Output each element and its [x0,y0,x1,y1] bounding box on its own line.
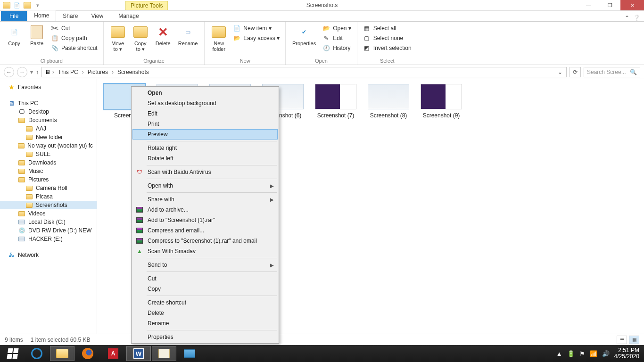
sidebar-desktop[interactable]: 🖵Desktop [0,107,97,116]
new-folder-button[interactable]: New folder [208,24,229,53]
ctx-rotate-left[interactable]: Rotate left [132,153,278,164]
file-thumbnail[interactable]: Screenshot (9) [420,84,463,119]
sidebar-network[interactable]: 🖧Network [0,251,97,259]
paste-shortcut-button[interactable]: 📎Paste shortcut [49,43,99,53]
sidebar-doc-aaj[interactable]: AAJ [0,124,97,133]
battery-icon[interactable]: 🔋 [567,350,575,357]
details-view-button[interactable]: ☰ [617,336,627,344]
flag-icon[interactable]: ⚑ [579,350,585,357]
ctx-rename[interactable]: Rename [132,318,278,329]
open-button[interactable]: 📂Open ▾ [321,24,353,33]
ctx-preview[interactable]: Preview [132,129,278,140]
tray-up-icon[interactable]: ▲ [556,350,562,357]
sidebar-downloads[interactable]: Downloads [0,158,97,167]
sidebar-doc-new-folder[interactable]: New folder [0,133,97,141]
maximize-button[interactable]: ❐ [599,0,620,10]
ctx-share-with[interactable]: Share with▶ [132,194,278,205]
tab-home[interactable]: Home [27,10,56,21]
taskbar-explorer[interactable] [50,346,74,361]
sidebar-this-pc[interactable]: 🖥This PC [0,99,97,107]
thumbnails-view-button[interactable]: ▦ [629,336,639,344]
taskbar-ie[interactable] [25,346,49,361]
crumb-screenshots[interactable]: Screenshots [115,69,152,75]
ctx-compress-rar-email[interactable]: Compress to "Screenshot (1).rar" and ema… [132,236,278,246]
sidebar-documents[interactable]: Documents [0,116,97,124]
start-button[interactable] [2,346,24,361]
up-button[interactable]: ↑ [36,69,39,75]
crumb-pictures[interactable]: Pictures [85,69,111,75]
crumb-this-pc[interactable]: This PC [55,69,81,75]
taskbar-clock[interactable]: 2:51 PM 4/25/2020 [614,347,639,360]
sidebar-doc-nowayout[interactable]: No way out (wootan yu) fc [0,141,97,150]
taskbar-word[interactable]: W [126,346,151,361]
ctx-set-background[interactable]: Set as desktop background [132,98,278,108]
ribbon-collapse-icon[interactable]: ⌃ [625,15,629,21]
sidebar-music[interactable]: Music [0,167,97,175]
sidebar-local-disk-c[interactable]: Local Disk (C:) [0,218,97,226]
back-button[interactable]: ← [4,67,14,77]
copy-button[interactable]: 📄Copy [4,24,25,47]
rename-button[interactable]: ▭Rename [175,24,201,47]
ctx-copy[interactable]: Copy [132,284,278,294]
breadcrumb[interactable]: 🖥 › This PC › Pictures › Screenshots ⌄ [41,67,567,77]
ctx-create-shortcut[interactable]: Create shortcut [132,297,278,308]
ctx-edit[interactable]: Edit [132,108,278,119]
tab-manage[interactable]: Manage [112,11,145,21]
paste-button[interactable]: Paste [26,24,47,47]
minimize-button[interactable]: — [578,0,599,10]
close-button[interactable]: ✕ [620,0,644,10]
taskbar-photos[interactable] [177,346,202,361]
chevron-right-icon[interactable]: › [51,69,55,75]
ctx-open[interactable]: Open [132,88,278,98]
ctx-add-rar[interactable]: Add to "Screenshot (1).rar" [132,215,278,225]
chevron-right-icon[interactable]: › [81,69,85,75]
ctx-properties[interactable]: Properties [132,332,278,342]
ctx-open-with[interactable]: Open with▶ [132,181,278,191]
new-item-button[interactable]: 📄New item ▾ [231,24,281,33]
search-input[interactable]: Search Scree... 🔍 [584,67,640,77]
sidebar-videos[interactable]: Videos [0,209,97,218]
qat-dropdown-icon[interactable]: ▾ [33,1,42,9]
file-thumbnail[interactable]: Screenshot (7) [314,84,357,119]
ctx-baidu-scan[interactable]: 🛡Scan with Baidu Antivirus [132,167,278,177]
tab-share[interactable]: Share [56,11,84,21]
select-all-button[interactable]: ▦Select all [361,24,413,33]
properties-button[interactable]: ✔Properties [289,24,319,47]
file-thumbnail[interactable]: Screenshot (8) [367,84,410,119]
volume-icon[interactable]: 🔊 [602,350,610,357]
taskbar-paint[interactable] [152,346,176,361]
sidebar-camera-roll[interactable]: Camera Roll [0,184,97,192]
invert-selection-button[interactable]: ◩Invert selection [361,43,413,53]
copy-path-button[interactable]: 📋Copy path [49,33,99,43]
sidebar-doc-sule[interactable]: SULE [0,150,97,158]
move-to-button[interactable]: Move to ▾ [107,24,128,53]
tab-view[interactable]: View [84,11,110,21]
ctx-smadav[interactable]: ▲Scan With Smadav [132,246,278,256]
ctx-print[interactable]: Print [132,119,278,129]
edit-button[interactable]: ✎Edit [321,33,353,43]
folder-icon[interactable] [2,1,11,9]
ctx-send-to[interactable]: Send to▶ [132,260,278,270]
address-dropdown-icon[interactable]: ⌄ [558,69,562,75]
sidebar-dvd-drive[interactable]: 💿DVD RW Drive (D:) NEW [0,226,97,235]
new-folder-icon[interactable] [23,1,32,9]
easy-access-button[interactable]: 📂Easy access ▾ [231,33,281,43]
taskbar-adobe[interactable]: A [101,346,125,361]
ctx-compress-email[interactable]: Compress and email... [132,225,278,236]
tab-file[interactable]: File [1,11,27,21]
sidebar-pictures[interactable]: Pictures [0,175,97,184]
help-icon[interactable]: ❔ [633,15,640,21]
forward-button[interactable]: → [17,67,27,77]
refresh-button[interactable]: ⟳ [570,67,581,77]
sidebar-favorites[interactable]: ★Favorites [0,83,97,91]
sidebar-hacker-e[interactable]: HACKER (E:) [0,235,97,243]
history-button[interactable]: 🕘History [321,43,353,53]
recent-dropdown-icon[interactable]: ▾ [30,69,33,75]
ctx-add-archive[interactable]: Add to archive... [132,205,278,215]
sidebar-screenshots[interactable]: Screenshots [0,201,97,209]
cut-button[interactable]: ✂Cut [49,24,99,33]
taskbar-firefox[interactable] [75,346,100,361]
ctx-rotate-right[interactable]: Rotate right [132,143,278,153]
select-none-button[interactable]: ▢Select none [361,33,413,43]
sidebar-picasa[interactable]: Picasa [0,192,97,201]
